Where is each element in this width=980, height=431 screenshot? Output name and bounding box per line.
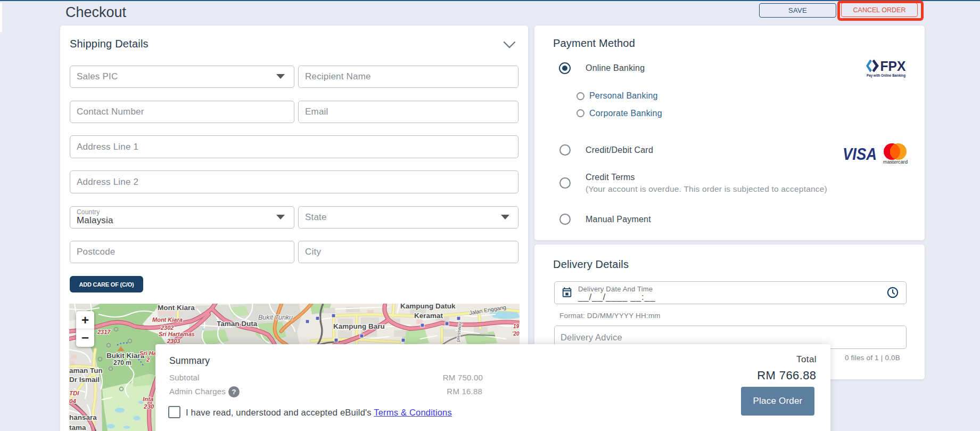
svg-text:Inta: Inta (143, 396, 154, 402)
svg-text:Taman Duta: Taman Duta (217, 320, 258, 328)
svg-text:Mont Kiara: Mont Kiara (158, 304, 195, 312)
svg-text:Mont Kiara: Mont Kiara (152, 316, 183, 323)
svg-text:Dr Ismail: Dr Ismail (69, 376, 100, 384)
svg-text:FPX: FPX (880, 59, 907, 74)
svg-text:2: 2 (146, 356, 150, 363)
svg-text:2317: 2317 (97, 329, 111, 335)
svg-text:Kampung Datuk: Kampung Datuk (400, 304, 456, 310)
svg-text:Bukit Kiara: Bukit Kiara (106, 352, 145, 360)
svg-text:hansara: hansara (69, 413, 97, 421)
svg-text:Pay with Online Banking: Pay with Online Banking (867, 74, 905, 78)
svg-text:Sri Ha: Sri Ha (139, 350, 157, 356)
svg-text:19: 19 (513, 323, 520, 329)
svg-text:aman Tun: aman Tun (69, 367, 103, 375)
svg-text:Keramat: Keramat (414, 312, 443, 320)
svg-text:2303: 2303 (167, 338, 180, 344)
svg-text:tama: tama (69, 424, 86, 431)
svg-text:Kampung Baru: Kampung Baru (333, 322, 385, 330)
svg-text:'20: '20 (512, 331, 520, 337)
svg-text:230: 230 (143, 403, 154, 410)
svg-text:mastercard: mastercard (883, 159, 908, 165)
svg-text:VISA: VISA (843, 145, 877, 164)
svg-text:TDI: TDI (69, 390, 79, 396)
svg-text:2302: 2302 (160, 324, 174, 331)
svg-text:Sri Hartamas: Sri Hartamas (159, 331, 195, 337)
svg-text:04: 04 (69, 398, 76, 404)
svg-text:Bukit Tunku: Bukit Tunku (258, 314, 293, 321)
svg-text:270 m: 270 m (113, 359, 131, 367)
